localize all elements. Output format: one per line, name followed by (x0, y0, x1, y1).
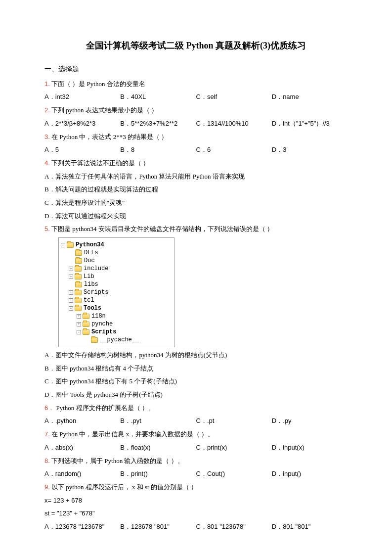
tree-label: pynche (91, 320, 113, 328)
q8-opt-b: B．print() (120, 468, 196, 480)
q9-opt-b: B．123678 "801" (120, 521, 196, 533)
tree-label: tcl (84, 296, 94, 304)
folder-icon (83, 329, 89, 335)
q3-num: 3. (44, 133, 50, 140)
q1-opt-b: B．40XL (120, 91, 196, 103)
folder-icon (75, 266, 82, 272)
collapse-icon: - (77, 330, 81, 334)
folder-icon (75, 258, 82, 264)
q8-text: 下列选项中，属于 Python 输入函数的是（ ）。 (51, 457, 184, 464)
folder-icon (75, 306, 82, 311)
expand-icon: + (69, 275, 73, 279)
q4-num: 4. (44, 159, 50, 167)
tree-label: __pycache__ (100, 336, 139, 344)
q4-opt-c: C．算法是程序设计的"灵魂" (44, 197, 348, 209)
q2-opt-a: A．2**3/β+8%2*3 (44, 118, 120, 130)
section-heading: 一、选择题 (44, 63, 348, 76)
tree-label: i18n (91, 312, 106, 320)
question-5: 5. 下图是 python34 安装后目录文件的磁盘文件存储结构，下列说法错误的… (44, 223, 348, 235)
tree-item: __pycache__ (61, 336, 172, 344)
tree-item: +pynche (61, 320, 172, 328)
tree-item: -Scripts (61, 328, 172, 336)
tree-item: Doc (61, 257, 172, 265)
q9-code-2: st = "123" + "678" (44, 508, 348, 520)
folder-icon (75, 274, 82, 279)
page-title: 全国计算机等级考试二级 Python 真题及解析(3)优质练习 (44, 37, 348, 54)
q5-opt-b: B．图中 python34 根结点有 4 个子结点 (44, 363, 348, 375)
folder-icon (67, 242, 74, 248)
q8-opt-a: A．random() (44, 468, 120, 480)
q7-opt-b: B．float(x) (120, 442, 196, 454)
q5-text: 下图是 python34 安装后目录文件的磁盘文件存储结构，下列说法错误的是（ … (51, 225, 273, 232)
q6-options: A．.python B．.pyt C．.pt D．.py (44, 415, 348, 427)
q2-options: A．2**3/β+8%2*3 B．5**2%3+7%2**2 C．1314//1… (44, 118, 348, 130)
tree-label: libs (84, 280, 98, 288)
q5-opt-d: D．图中 Tools 是 python34 的子树(子结点) (44, 389, 348, 401)
question-6: 6． Python 程序文件的扩展名是（ ）。 (44, 402, 348, 415)
q9-code-1: x= 123 + 678 (44, 495, 348, 507)
q7-num: 7. (44, 430, 50, 438)
q7-text: 在 Python 中，显示出信息 x，并要求输入数据的是（ ）。 (51, 430, 214, 438)
q9-num: 9. (44, 483, 50, 491)
folder-icon (75, 298, 82, 303)
q9-text: 以下 python 程序段运行后， x 和 st 的值分别是（ ） (51, 483, 197, 491)
q7-options: A．abs(x) B．float(x) C．print(x) D．input(x… (44, 442, 348, 454)
q2-opt-d: D．int（"1"+"5"）//3 (272, 118, 348, 130)
folder-tree: -Python34 DLLs Doc +include +Lib libs +S… (58, 237, 174, 347)
q9-opt-d: D．801 "801" (272, 521, 348, 533)
collapse-icon: - (69, 306, 73, 311)
q9-opt-a: A．123678 "123678" (44, 521, 120, 533)
q1-opt-c: C．self (196, 91, 272, 103)
question-4: 4. 下列关于算法说法不正确的是（ ） (44, 157, 348, 170)
q4-opt-a: A．算法独立于任何具体的语言，Python 算法只能用 Python 语言来实现 (44, 171, 348, 183)
q6-text: Python 程序文件的扩展名是（ ）。 (56, 404, 154, 412)
expand-icon: + (77, 322, 81, 326)
q7-opt-c: C．print(x) (196, 442, 272, 454)
q2-opt-b: B．5**2%3+7%2**2 (120, 118, 196, 130)
tree-item: +Scripts (61, 288, 172, 296)
folder-icon (83, 314, 89, 319)
q1-opt-a: A．int32 (44, 91, 120, 103)
q3-opt-c: C．6 (196, 144, 272, 156)
q1-options: A．int32 B．40XL C．self D．name (44, 91, 348, 103)
q2-num: 2. (44, 106, 50, 114)
q3-opt-d: D．3 (272, 144, 348, 156)
q8-num: 8. (44, 457, 50, 464)
q3-opt-a: A．5 (44, 144, 120, 156)
tree-item: +i18n (61, 312, 172, 320)
q8-opt-c: C．Cout() (196, 468, 272, 480)
q8-options: A．random() B．print() C．Cout() D．input() (44, 468, 348, 480)
tree-label: Tools (84, 304, 101, 312)
collapse-icon: - (61, 243, 65, 247)
q2-opt-c: C．1314//100%10 (196, 118, 272, 130)
tree-item: DLLs (61, 249, 172, 257)
q5-opt-a: A．图中文件存储结构为树结构，python34 为树的根结点(父节点) (44, 349, 348, 362)
folder-icon (91, 337, 98, 343)
question-1: 1. 下面（ ）是 Python 合法的变量名 (44, 78, 348, 91)
expand-icon: + (69, 298, 73, 303)
question-8: 8. 下列选项中，属于 Python 输入函数的是（ ）。 (44, 455, 348, 467)
q5-num: 5. (44, 225, 50, 232)
q7-opt-d: D．input(x) (272, 442, 348, 454)
q4-opt-d: D．算法可以通过编程来实现 (44, 210, 348, 223)
tree-label: Scripts (84, 288, 108, 296)
q9-options: A．123678 "123678" B．123678 "801" C．801 "… (44, 521, 348, 533)
q6-opt-b: B．.pyt (120, 415, 196, 427)
tree-label: Python34 (76, 241, 104, 249)
q5-opt-c: C．图中 python34 根结点下有 5 个子树(子结点) (44, 375, 348, 388)
folder-icon (75, 250, 82, 256)
q6-num: 6． (44, 404, 54, 412)
tree-item: +include (61, 265, 172, 273)
q7-opt-a: A．abs(x) (44, 442, 120, 454)
q2-text: 下列 python 表达式结果最小的是（ ） (51, 106, 158, 114)
tree-label: Lib (84, 273, 94, 280)
tree-item: +tcl (61, 296, 172, 304)
q6-opt-d: D．.py (272, 415, 348, 427)
tree-label: Scripts (91, 328, 116, 336)
q4-text: 下列关于算法说法不正确的是（ ） (51, 159, 149, 167)
q1-text: 下面（ ）是 Python 合法的变量名 (51, 80, 145, 88)
q3-options: A．5 B．8 C．6 D．3 (44, 144, 348, 156)
question-9: 9. 以下 python 程序段运行后， x 和 st 的值分别是（ ） (44, 481, 348, 494)
folder-icon (83, 322, 89, 327)
question-7: 7. 在 Python 中，显示出信息 x，并要求输入数据的是（ ）。 (44, 428, 348, 441)
